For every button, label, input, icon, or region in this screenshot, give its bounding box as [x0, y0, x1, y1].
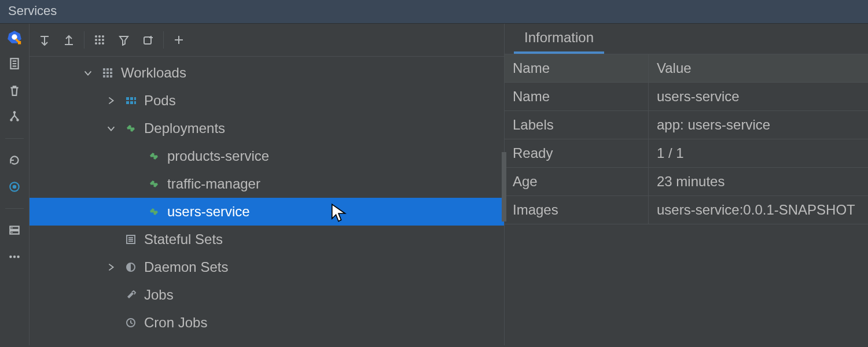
- table-row[interactable]: Ready1 / 1: [505, 139, 868, 168]
- cell-value: app: users-service: [649, 111, 778, 139]
- expand-all-button[interactable]: [33, 29, 56, 50]
- cell-name: Name: [505, 83, 649, 110]
- table-header: Name Value: [505, 54, 868, 83]
- chevron-down-icon: [105, 123, 117, 134]
- add-button[interactable]: [167, 29, 190, 50]
- cell-name: Age: [505, 168, 649, 195]
- tree-node-deployment-traffic-manager[interactable]: traffic-manager: [30, 170, 504, 198]
- file-icon[interactable]: [7, 56, 22, 71]
- cell-name: Labels: [505, 111, 649, 139]
- tree-label: traffic-manager: [167, 176, 260, 192]
- tree-pane: Workloads Pods Deployments products-serv…: [30, 24, 505, 345]
- tree-node-pods[interactable]: Pods: [30, 87, 504, 115]
- chevron-down-icon: [82, 68, 94, 78]
- tab-information[interactable]: Information: [514, 24, 604, 54]
- more-icon[interactable]: [7, 249, 22, 264]
- panel-title-text: Services: [8, 3, 57, 18]
- cron-jobs-icon: [123, 315, 138, 330]
- branch-icon[interactable]: [7, 109, 22, 124]
- table-row[interactable]: Labelsapp: users-service: [505, 111, 868, 139]
- tree-node-deployment-products-service[interactable]: products-service: [30, 142, 504, 170]
- target-icon[interactable]: [7, 179, 22, 194]
- cell-name: Images: [505, 196, 649, 224]
- info-table: Name Value Nameusers-serviceLabelsapp: u…: [505, 54, 868, 345]
- tree-label: users-service: [167, 204, 250, 220]
- group-by-button[interactable]: [88, 29, 111, 50]
- panel-title: Services: [0, 0, 868, 24]
- table-row[interactable]: Imagesusers-service:0.0.1-SNAPSHOT: [505, 196, 868, 224]
- tree-label: Replica Sets: [144, 342, 222, 345]
- tree: Workloads Pods Deployments products-serv…: [30, 57, 504, 345]
- filter-button[interactable]: [112, 29, 135, 50]
- info-tabs: Information: [505, 24, 868, 54]
- info-pane: Information Name Value Nameusers-service…: [505, 24, 868, 345]
- table-row[interactable]: Age23 minutes: [505, 168, 868, 196]
- tree-node-daemon-sets[interactable]: Daemon Sets: [30, 253, 504, 281]
- chevron-right-icon: [105, 262, 117, 272]
- tree-label: Workloads: [121, 65, 186, 81]
- replica-sets-icon: [123, 343, 138, 345]
- column-name: Name: [505, 54, 649, 82]
- left-gutter: [0, 24, 30, 345]
- open-new-tab-button[interactable]: [137, 29, 160, 50]
- deployment-icon: [146, 204, 161, 219]
- tree-label: Deployments: [144, 120, 225, 136]
- tree-node-replica-sets[interactable]: Replica Sets: [30, 337, 504, 345]
- cell-name: Ready: [505, 139, 649, 167]
- tree-node-jobs[interactable]: Jobs: [30, 281, 504, 309]
- deployment-icon: [123, 121, 138, 136]
- tree-node-cron-jobs[interactable]: Cron Jobs: [30, 309, 504, 337]
- scrollbar[interactable]: [502, 152, 506, 222]
- tree-label: products-service: [167, 148, 269, 164]
- cell-value: users-service:0.0.1-SNAPSHOT: [649, 196, 863, 224]
- tree-label: Jobs: [144, 287, 174, 303]
- pods-icon: [123, 93, 138, 108]
- deployment-icon: [146, 149, 161, 164]
- tree-node-stateful-sets[interactable]: Stateful Sets: [30, 226, 504, 253]
- cell-value: 23 minutes: [649, 168, 733, 195]
- kubernetes-icon[interactable]: [7, 29, 22, 45]
- trash-icon[interactable]: [7, 83, 22, 98]
- refresh-icon[interactable]: [7, 153, 22, 168]
- stateful-set-icon: [123, 232, 138, 247]
- collapse-all-button[interactable]: [57, 29, 80, 50]
- tree-toolbar: [30, 24, 504, 57]
- tree-label: Pods: [144, 93, 176, 109]
- jobs-icon: [123, 287, 138, 302]
- tab-label: Information: [524, 29, 594, 45]
- tree-label: Daemon Sets: [144, 259, 228, 275]
- column-value: Value: [649, 54, 700, 82]
- tree-node-deployments[interactable]: Deployments: [30, 115, 504, 142]
- tree-label: Stateful Sets: [144, 231, 223, 248]
- cell-value: users-service: [649, 83, 748, 110]
- deployment-icon: [146, 176, 161, 191]
- daemon-set-icon: [123, 260, 138, 275]
- server-icon[interactable]: [7, 223, 22, 238]
- tree-node-deployment-users-service[interactable]: users-service: [30, 198, 504, 226]
- tree-node-workloads[interactable]: Workloads: [30, 59, 504, 87]
- tree-label: Cron Jobs: [144, 315, 207, 331]
- table-row[interactable]: Nameusers-service: [505, 83, 868, 111]
- workloads-icon: [100, 65, 115, 80]
- cell-value: 1 / 1: [649, 139, 692, 167]
- chevron-right-icon: [105, 95, 117, 106]
